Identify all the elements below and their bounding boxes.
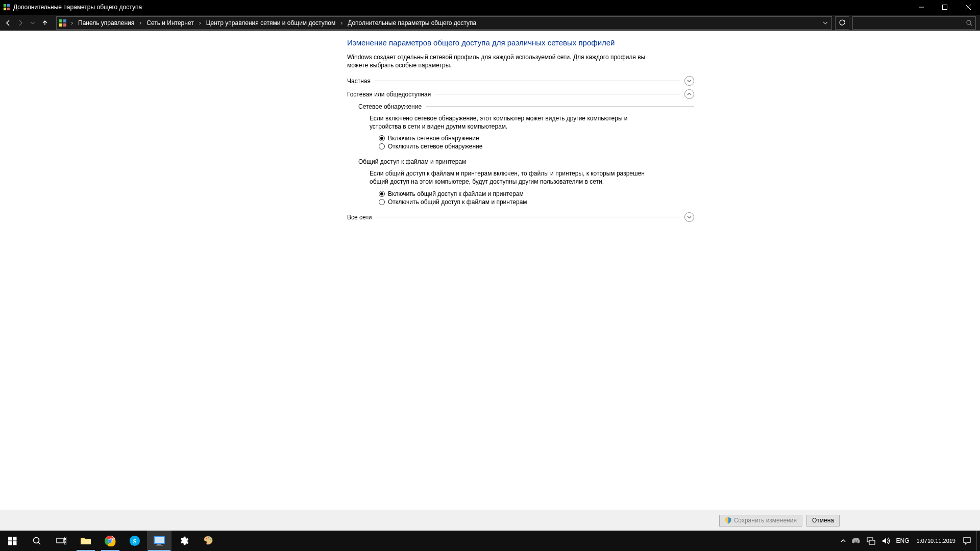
radio-file-sharing-on[interactable]: Включить общий доступ к файлам и принтер… <box>379 190 694 197</box>
taskbar-app-file-explorer[interactable] <box>74 531 98 551</box>
chevron-up-icon[interactable] <box>684 89 694 99</box>
crumb-network-sharing-center[interactable]: Центр управления сетями и общим доступом <box>203 17 339 29</box>
profile-guest-label: Гостевая или общедоступная <box>347 91 431 98</box>
tray-volume-icon[interactable] <box>878 531 893 551</box>
tray-clock[interactable]: 1:07 10.11.2019 <box>913 531 960 551</box>
svg-rect-8 <box>59 19 62 22</box>
window-titlebar: Дополнительные параметры общего доступа <box>0 0 980 14</box>
svg-point-39 <box>854 540 855 541</box>
svg-point-36 <box>208 537 210 539</box>
taskbar-app-chrome[interactable] <box>98 531 122 551</box>
svg-rect-32 <box>155 537 164 543</box>
address-bar: › Панель управления › Сеть и Интернет › … <box>0 14 980 32</box>
crumb-control-panel[interactable]: Панель управления <box>75 17 137 29</box>
cancel-button[interactable]: Отмена <box>806 515 840 527</box>
svg-rect-42 <box>869 540 875 544</box>
maximize-button[interactable] <box>933 0 957 14</box>
radio-icon <box>379 191 385 197</box>
svg-rect-24 <box>81 539 91 544</box>
svg-rect-22 <box>64 540 66 542</box>
search-icon[interactable] <box>963 19 975 27</box>
tray-network-icon[interactable] <box>864 531 878 551</box>
svg-rect-23 <box>64 542 66 544</box>
start-button[interactable] <box>0 531 24 551</box>
chevron-down-icon[interactable] <box>684 76 694 86</box>
svg-point-37 <box>210 539 211 540</box>
up-button[interactable] <box>39 16 51 30</box>
svg-rect-21 <box>64 537 66 539</box>
chevron-right-icon[interactable]: › <box>138 19 142 27</box>
svg-rect-11 <box>63 23 66 27</box>
clock-time: 1:07 <box>917 538 927 544</box>
crumb-network-internet[interactable]: Сеть и Интернет <box>143 17 197 29</box>
svg-rect-14 <box>8 537 12 541</box>
save-changes-button[interactable]: Сохранить изменения <box>719 515 802 527</box>
search-input[interactable] <box>853 19 963 27</box>
recent-locations-button[interactable] <box>27 16 39 30</box>
tray-discord-icon[interactable] <box>849 531 864 551</box>
svg-rect-16 <box>8 541 12 545</box>
svg-point-40 <box>856 540 857 541</box>
taskbar-app-paint[interactable] <box>196 531 220 551</box>
svg-rect-17 <box>13 541 17 545</box>
refresh-button[interactable] <box>835 16 849 30</box>
taskbar-app-skype[interactable]: S <box>122 531 147 551</box>
network-sharing-icon <box>3 4 10 11</box>
profile-private-header[interactable]: Частная <box>347 77 694 86</box>
crumb-advanced-sharing[interactable]: Дополнительные параметры общего доступа <box>345 17 479 29</box>
clock-date: 10.11.2019 <box>927 538 955 544</box>
svg-rect-9 <box>63 19 66 22</box>
page-title: Изменение параметров общего доступа для … <box>347 38 694 48</box>
radio-icon <box>379 135 385 141</box>
profile-all-label: Все сети <box>347 214 372 221</box>
svg-rect-2 <box>4 8 6 10</box>
breadcrumb[interactable]: › Панель управления › Сеть и Интернет › … <box>56 16 832 30</box>
search-box[interactable] <box>852 16 976 30</box>
radio-icon <box>379 143 385 149</box>
radio-icon <box>379 199 385 205</box>
back-button[interactable] <box>2 16 14 30</box>
svg-rect-15 <box>13 537 17 541</box>
svg-rect-10 <box>59 23 62 27</box>
profile-private-label: Частная <box>347 78 371 85</box>
svg-rect-1 <box>7 4 10 7</box>
svg-rect-3 <box>7 8 10 10</box>
page-description: Windows создает отдельный сетевой профил… <box>347 53 653 69</box>
chevron-down-icon[interactable] <box>684 212 694 222</box>
svg-point-38 <box>209 541 211 542</box>
minimize-button[interactable] <box>910 0 933 14</box>
network-discovery-group: Сетевое обнаружение Если включено сетево… <box>358 103 694 150</box>
forward-button[interactable] <box>14 16 27 30</box>
profile-guest-header[interactable]: Гостевая или общедоступная <box>347 90 694 99</box>
task-view-button[interactable] <box>49 531 74 551</box>
file-sharing-group: Общий доступ к файлам и принтерам Если о… <box>358 158 694 205</box>
file-sharing-title: Общий доступ к файлам и принтерам <box>358 158 466 165</box>
taskbar: S <box>0 531 980 551</box>
taskbar-app-settings[interactable] <box>172 531 196 551</box>
save-changes-label: Сохранить изменения <box>734 517 797 524</box>
radio-network-discovery-on[interactable]: Включить сетевое обнаружение <box>379 135 694 142</box>
tray-language-indicator[interactable]: ENG <box>893 531 913 551</box>
radio-file-sharing-off[interactable]: Отключить общий доступ к файлам и принте… <box>379 198 694 206</box>
radio-network-discovery-off[interactable]: Отключить сетевое обнаружение <box>379 143 694 150</box>
close-button[interactable] <box>957 0 980 14</box>
shield-icon <box>725 517 732 524</box>
network-sharing-icon <box>59 19 67 27</box>
content-area: Изменение параметров общего доступа для … <box>0 31 980 520</box>
chevron-right-icon[interactable]: › <box>198 19 202 27</box>
svg-rect-34 <box>156 545 163 546</box>
taskbar-search-button[interactable] <box>24 531 49 551</box>
chevron-right-icon[interactable]: › <box>339 19 344 27</box>
tray-overflow-button[interactable] <box>838 531 849 551</box>
svg-rect-0 <box>4 4 6 7</box>
profile-all-header[interactable]: Все сети <box>347 213 694 222</box>
svg-rect-5 <box>943 5 947 10</box>
show-desktop-button[interactable] <box>976 531 980 551</box>
window-title: Дополнительные параметры общего доступа <box>13 4 142 11</box>
tray-action-center-icon[interactable] <box>960 531 974 551</box>
address-dropdown-button[interactable] <box>820 20 830 26</box>
svg-line-19 <box>38 542 40 544</box>
svg-text:S: S <box>133 538 136 545</box>
taskbar-app-control-panel[interactable] <box>147 531 172 551</box>
chevron-right-icon[interactable]: › <box>70 19 74 27</box>
